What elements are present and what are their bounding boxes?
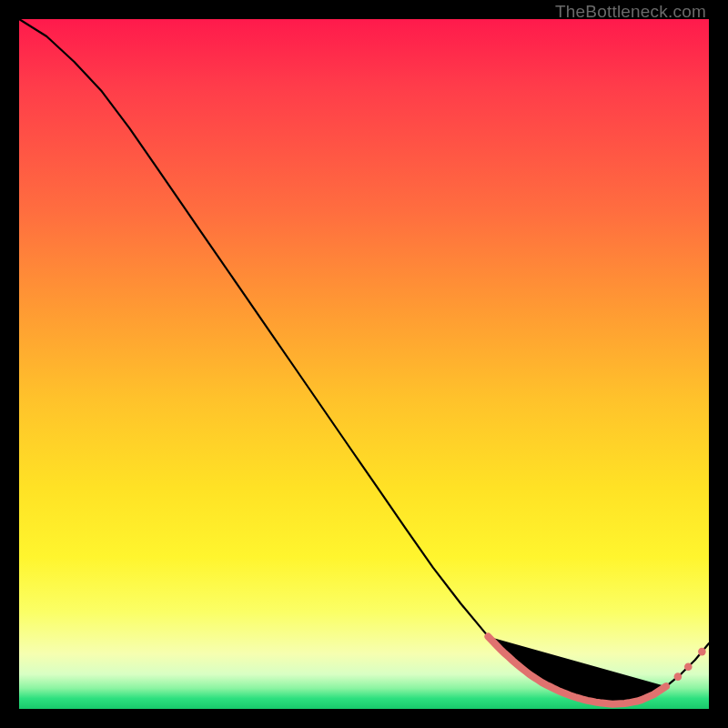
highlight-markers [488,636,705,703]
chart-svg [19,19,709,709]
highlight-dot [684,663,693,672]
highlight-dot [674,672,682,681]
highlight-dot [698,648,706,656]
bottleneck-curve [19,19,709,704]
highlight-band [488,636,666,703]
